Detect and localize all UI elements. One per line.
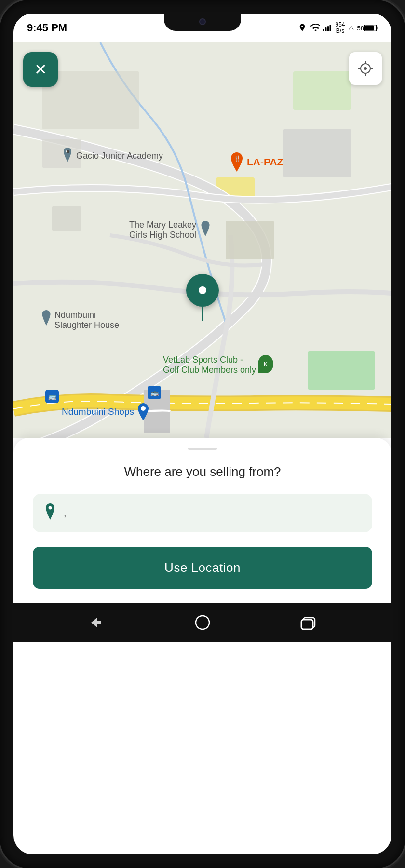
crosshair-icon <box>357 60 374 77</box>
sheet-title: Where are you selling from? <box>33 464 372 479</box>
location-input-box[interactable]: , <box>33 494 372 532</box>
signal-icon <box>323 23 333 33</box>
location-pin-icon <box>43 503 57 523</box>
gacio-label: 🎓 Gacio Junior Academy <box>62 148 163 164</box>
center-pin-head <box>186 274 219 307</box>
lapaz-label: 🍴 LA-PAZ <box>229 152 283 172</box>
svg-rect-2 <box>327 26 329 31</box>
status-time: 9:45 PM <box>27 22 67 34</box>
svg-rect-15 <box>284 129 351 177</box>
bus-stop-1: 🚌 <box>45 390 59 403</box>
sheet-handle <box>188 448 217 450</box>
svg-point-26 <box>49 506 52 510</box>
svg-rect-29 <box>301 620 313 629</box>
location-comma: , <box>64 508 67 519</box>
home-nav-button[interactable] <box>190 610 215 635</box>
gacio-text: Gacio Junior Academy <box>76 151 163 161</box>
svg-point-18 <box>364 67 367 70</box>
svg-rect-7 <box>293 71 351 110</box>
bottom-sheet: Where are you selling from? , Use Locati… <box>14 438 392 603</box>
lapaz-pin: 🍴 <box>229 152 245 172</box>
phone-screen: 9:45 PM 954B/s ⚠ <box>14 14 392 854</box>
camera-dot <box>199 18 206 25</box>
svg-point-25 <box>141 406 146 411</box>
map-container[interactable]: ✕ 🎓 Gacio Junior Academy <box>14 42 392 438</box>
mary-leakey-label: The Mary LeakeyGirls High School <box>129 220 212 240</box>
ndumbuini-slaughter-text: NdumbuiniSlaughter House <box>54 310 119 330</box>
phone-frame: 9:45 PM 954B/s ⚠ <box>0 0 405 868</box>
svg-rect-0 <box>323 29 324 31</box>
use-location-button[interactable]: Use Location <box>33 547 372 589</box>
notch <box>164 14 241 31</box>
back-nav-button[interactable] <box>84 610 108 635</box>
center-location-pin <box>186 274 219 321</box>
status-bar: 9:45 PM 954B/s ⚠ <box>14 14 392 42</box>
ndumbuini-shops-text: Ndumbuini Shops <box>62 407 134 417</box>
bus-stop-2: 🚌 <box>148 386 161 399</box>
svg-text:🍴: 🍴 <box>234 155 241 162</box>
vetlab-label: VetLab Sports Club -Golf Club Members on… <box>163 355 273 375</box>
svg-rect-1 <box>325 27 326 31</box>
ndumbuini-slaughter-label: NdumbuiniSlaughter House <box>40 310 119 330</box>
svg-rect-12 <box>52 206 81 231</box>
ndumbuini-shops-label: Ndumbuini Shops <box>62 403 150 420</box>
svg-rect-3 <box>329 25 331 31</box>
svg-rect-13 <box>226 221 274 259</box>
close-icon: ✕ <box>34 60 47 79</box>
alert-icon: ⚠ <box>348 24 354 32</box>
recents-nav-button[interactable] <box>297 610 321 635</box>
svg-point-27 <box>196 616 209 629</box>
center-pin-tail <box>202 307 203 321</box>
status-icons: 954B/s ⚠ 58 <box>298 22 378 34</box>
speed-text: 954B/s <box>336 22 345 34</box>
svg-rect-5 <box>365 26 374 31</box>
svg-text:🎓: 🎓 <box>66 149 70 154</box>
shops-pin <box>136 403 150 420</box>
wifi-icon <box>310 24 320 33</box>
close-button[interactable]: ✕ <box>23 52 58 87</box>
lapaz-text: LA-PAZ <box>247 156 283 168</box>
location-status-icon <box>298 22 307 34</box>
battery-icon: 58 <box>357 25 378 32</box>
svg-rect-9 <box>308 351 375 390</box>
locate-button[interactable] <box>349 52 382 85</box>
vetlab-pin: K <box>258 355 273 373</box>
school-pin-gacio: 🎓 <box>62 148 73 164</box>
vetlab-text: VetLab Sports Club -Golf Club Members on… <box>163 355 256 375</box>
slaughter-pin <box>40 310 53 326</box>
nav-bar <box>14 603 392 642</box>
mary-leakey-text: The Mary LeakeyGirls High School <box>129 220 196 240</box>
school-pin-mary <box>199 221 212 236</box>
